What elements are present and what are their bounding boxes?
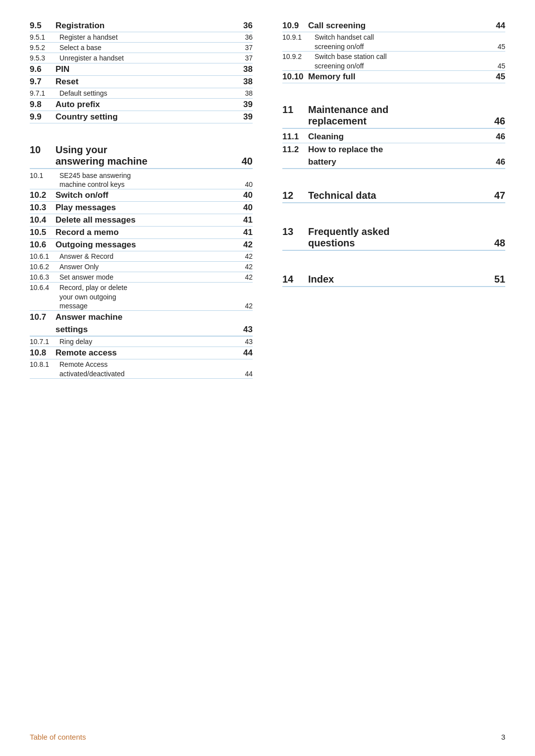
- toc-title-10-6-4-line2: your own outgoing: [59, 293, 253, 301]
- toc-num-10-2: 10.2: [30, 190, 55, 200]
- toc-title-10-line1: Using your: [55, 144, 253, 156]
- toc-title-10-6-1: Answer & Record: [59, 252, 238, 260]
- toc-num-9-7: 9.7: [30, 77, 55, 87]
- toc-page-9-6: 38: [238, 64, 253, 74]
- toc-page-10-1: 40: [238, 180, 253, 188]
- toc-entry-10-9: 10.9 Call screening 44: [282, 20, 505, 32]
- toc-title-10-6-4-line3: message: [59, 302, 238, 310]
- right-column: 10.9 Call screening 44 10.9.1 Switch han…: [268, 20, 505, 379]
- toc-page-9-7-1: 38: [238, 89, 253, 97]
- toc-page-9-5-1: 36: [238, 33, 253, 41]
- toc-page-9-7: 38: [238, 77, 253, 87]
- toc-page-10-9: 44: [490, 21, 505, 31]
- toc-page-10-6-1: 42: [238, 252, 253, 260]
- toc-title-14: Index: [308, 274, 490, 285]
- toc-num-10-6: 10.6: [30, 240, 55, 250]
- toc-page-10-9-2: 45: [490, 62, 505, 70]
- toc-entry-10-5: 10.5 Record a memo 41: [30, 227, 253, 239]
- toc-page-10: 40: [238, 156, 253, 167]
- toc-title-10-7-line2: settings: [55, 325, 238, 335]
- toc-title-10-9: Call screening: [308, 21, 490, 31]
- toc-num-9-7-1: 9.7.1: [30, 89, 59, 97]
- toc-page-10-3: 40: [238, 203, 253, 213]
- toc-title-9-6: PIN: [55, 64, 238, 74]
- toc-entry-10-8-1: 10.8.1 Remote Access activated/deactivat…: [30, 359, 253, 379]
- toc-entry-9-5-1: 9.5.1 Register a handset 36: [30, 32, 253, 43]
- toc-entry-10-2: 10.2 Switch on/off 40: [30, 189, 253, 202]
- toc-title-10-8-1-line2: activated/deactivated: [59, 370, 238, 378]
- toc-num-10-7-1: 10.7.1: [30, 338, 59, 346]
- toc-entry-9-8: 9.8 Auto prefix 39: [30, 99, 253, 111]
- footer-page-number: 3: [501, 733, 505, 741]
- toc-num-9-6: 9.6: [30, 64, 55, 74]
- toc-num-10-6-4: 10.6.4: [30, 284, 59, 291]
- toc-page-10-6-3: 42: [238, 273, 253, 281]
- toc-page-10-7-1: 43: [238, 338, 253, 346]
- toc-title-10-7-1: Ring delay: [59, 338, 238, 346]
- toc-title-10-6-4-line1: Record, play or delete: [59, 284, 253, 291]
- toc-num-9-5-1: 9.5.1: [30, 33, 59, 41]
- toc-page-10-2: 40: [238, 190, 253, 200]
- toc-entry-10-10: 10.10 Memory full 45: [282, 71, 505, 83]
- section-13-heading: 13 Frequently asked questions 48: [282, 226, 505, 251]
- toc-title-10-8-1-line1: Remote Access: [59, 360, 253, 368]
- toc-entry-9-5: 9.5 Registration 36: [30, 20, 253, 32]
- toc-entry-9-5-2: 9.5.2 Select a base 37: [30, 43, 253, 53]
- toc-num-9-8: 9.8: [30, 100, 55, 110]
- toc-entry-9-7-1: 9.7.1 Default settings 38: [30, 88, 253, 99]
- toc-title-12: Technical data: [308, 190, 490, 201]
- toc-num-10-8: 10.8: [30, 348, 55, 358]
- toc-entry-10-6-1: 10.6.1 Answer & Record 42: [30, 251, 253, 262]
- toc-entry-9-6: 9.6 PIN 38: [30, 63, 253, 76]
- toc-title-10-9-1-line1: Switch handset call: [315, 33, 505, 41]
- toc-entry-10-9-1: 10.9.1 Switch handset call screening on/…: [282, 32, 505, 52]
- toc-title-10-1-line2: machine control keys: [59, 180, 238, 188]
- toc-title-10-2: Switch on/off: [55, 190, 238, 200]
- toc-title-10-6-3: Set answer mode: [59, 273, 238, 281]
- toc-entry-11-2: 11.2 How to replace the battery 46: [282, 143, 505, 169]
- toc-num-9-9: 9.9: [30, 112, 55, 122]
- page-content: 9.5 Registration 36 9.5.1 Register a han…: [30, 20, 505, 379]
- toc-page-11-2: 46: [490, 157, 505, 167]
- toc-title-9-8: Auto prefix: [55, 100, 238, 110]
- footer-label: Table of contents: [30, 733, 86, 741]
- toc-page-10-6-4: 42: [238, 302, 253, 310]
- toc-title-10-9-1-line2: screening on/off: [315, 43, 490, 51]
- toc-entry-10-8: 10.8 Remote access 44: [30, 347, 253, 359]
- left-column: 9.5 Registration 36 9.5.1 Register a han…: [30, 20, 268, 379]
- toc-num-10-6-1: 10.6.1: [30, 252, 59, 260]
- toc-title-10-line2: answering machine: [55, 156, 238, 167]
- toc-page-9-8: 39: [238, 100, 253, 110]
- toc-entry-11-1: 11.1 Cleaning 46: [282, 131, 505, 143]
- toc-title-9-5-2: Select a base: [59, 44, 238, 52]
- toc-entry-10-4: 10.4 Delete all messages 41: [30, 214, 253, 227]
- toc-page-10-4: 41: [238, 215, 253, 225]
- toc-title-10-6-2: Answer Only: [59, 263, 238, 271]
- toc-num-10-7: 10.7: [30, 312, 55, 322]
- toc-page-9-5-3: 37: [238, 54, 253, 62]
- toc-num-10-10: 10.10: [282, 72, 308, 82]
- section-12-heading: 12 Technical data 47: [282, 190, 505, 203]
- toc-num-10-5: 10.5: [30, 228, 55, 237]
- toc-num-10-1: 10.1: [30, 172, 59, 179]
- toc-entry-10-7-1: 10.7.1 Ring delay 43: [30, 337, 253, 347]
- toc-num-9-5-3: 9.5.3: [30, 54, 59, 62]
- toc-page-13: 48: [490, 237, 505, 249]
- toc-num-10-3: 10.3: [30, 203, 55, 213]
- toc-title-9-7: Reset: [55, 77, 238, 87]
- toc-title-9-5-1: Register a handset: [59, 33, 238, 41]
- toc-page-14: 51: [490, 274, 505, 285]
- toc-title-10-5: Record a memo: [55, 228, 238, 237]
- toc-title-10-7-line1: Answer machine: [55, 312, 253, 322]
- toc-num-10-9-2: 10.9.2: [282, 53, 315, 60]
- section-14-heading: 14 Index 51: [282, 274, 505, 287]
- toc-num-10-9-1: 10.9.1: [282, 33, 315, 41]
- toc-title-10-6: Outgoing messages: [55, 240, 238, 250]
- toc-title-10-10: Memory full: [308, 72, 490, 82]
- toc-title-9-9: Country setting: [55, 112, 238, 122]
- toc-num-9-5-2: 9.5.2: [30, 44, 59, 52]
- toc-num-10-9: 10.9: [282, 21, 308, 31]
- page-footer: Table of contents 3: [30, 733, 505, 741]
- toc-title-10-3: Play messages: [55, 203, 238, 213]
- toc-page-11-1: 46: [490, 132, 505, 142]
